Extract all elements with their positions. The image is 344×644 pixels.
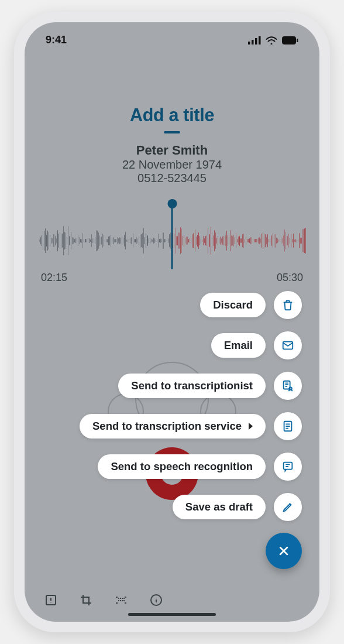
menu-label: Send to transcriptionist	[131, 379, 253, 392]
trash-icon[interactable]	[274, 291, 302, 319]
action-menu: Discard Email Send to transcriptionist S…	[80, 291, 302, 521]
status-right	[248, 36, 298, 44]
patient-date: 22 November 1974	[25, 158, 319, 172]
crop-tool[interactable]	[77, 591, 95, 609]
svg-rect-0	[248, 42, 250, 44]
chevron-right-icon	[249, 423, 253, 430]
svg-rect-3	[259, 36, 261, 44]
patient-name: Peter Smith	[25, 143, 319, 158]
menu-item-save-draft[interactable]: Save as draft	[173, 493, 302, 521]
playhead[interactable]	[171, 207, 173, 269]
dictation-header: Add a title Peter Smith 22 November 1974…	[25, 105, 319, 185]
info-tool[interactable]	[147, 591, 165, 609]
person-doc-icon[interactable]	[274, 372, 302, 400]
wifi-icon	[266, 36, 277, 44]
menu-label: Send to speech recognition	[111, 460, 253, 473]
title-underline	[164, 131, 180, 133]
home-indicator[interactable]	[128, 613, 216, 616]
svg-rect-10	[284, 463, 293, 470]
cellular-icon	[248, 36, 261, 44]
svg-rect-5	[297, 39, 298, 42]
document-icon[interactable]	[274, 412, 302, 440]
close-icon	[277, 544, 291, 558]
menu-label: Email	[224, 339, 253, 352]
mail-icon[interactable]	[274, 331, 302, 359]
menu-item-email[interactable]: Email	[211, 331, 302, 359]
menu-item-transcription-service[interactable]: Send to transcription service	[80, 412, 302, 440]
menu-item-discard[interactable]: Discard	[200, 291, 302, 319]
menu-label: Discard	[213, 299, 253, 311]
waveform[interactable]	[25, 214, 319, 267]
speech-icon[interactable]	[274, 453, 302, 481]
barcode-tool[interactable]	[112, 591, 130, 609]
menu-label: Send to transcription service	[92, 420, 242, 433]
phone-frame: 9:41 Add a title Peter Smith 22 November…	[14, 12, 330, 632]
priority-tool[interactable]	[42, 591, 60, 609]
title-input[interactable]: Add a title	[25, 105, 319, 125]
time-current: 02:15	[41, 272, 67, 284]
battery-icon	[282, 36, 298, 44]
patient-id: 0512-523445	[25, 172, 319, 185]
status-bar: 9:41	[25, 22, 319, 52]
svg-rect-4	[283, 36, 296, 44]
pencil-icon[interactable]	[274, 493, 302, 521]
close-menu-fab[interactable]	[266, 533, 302, 569]
status-time: 9:41	[46, 34, 67, 46]
svg-rect-1	[252, 40, 254, 44]
svg-rect-2	[255, 38, 257, 44]
bottom-toolbar	[25, 591, 319, 609]
menu-label: Save as draft	[185, 501, 253, 513]
menu-item-speech-recognition[interactable]: Send to speech recognition	[98, 453, 302, 481]
time-total: 05:30	[277, 272, 303, 284]
time-row: 02:15 05:30	[25, 267, 319, 284]
phone-screen: 9:41 Add a title Peter Smith 22 November…	[25, 22, 319, 622]
menu-item-transcriptionist[interactable]: Send to transcriptionist	[118, 372, 302, 400]
